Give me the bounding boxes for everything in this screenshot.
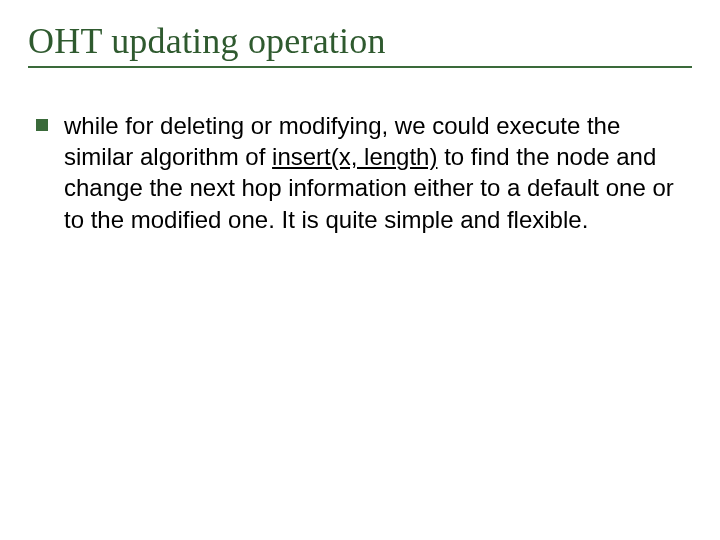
body-paragraph: while for deleting or modifying, we coul…: [64, 110, 692, 235]
slide: OHT updating operation while for deletin…: [0, 0, 720, 540]
body-row: while for deleting or modifying, we coul…: [28, 110, 692, 235]
title-underline: OHT updating operation: [28, 20, 692, 68]
slide-title: OHT updating operation: [28, 20, 692, 62]
square-bullet-icon: [36, 119, 48, 131]
insert-function-ref: insert(x, length): [272, 143, 437, 170]
